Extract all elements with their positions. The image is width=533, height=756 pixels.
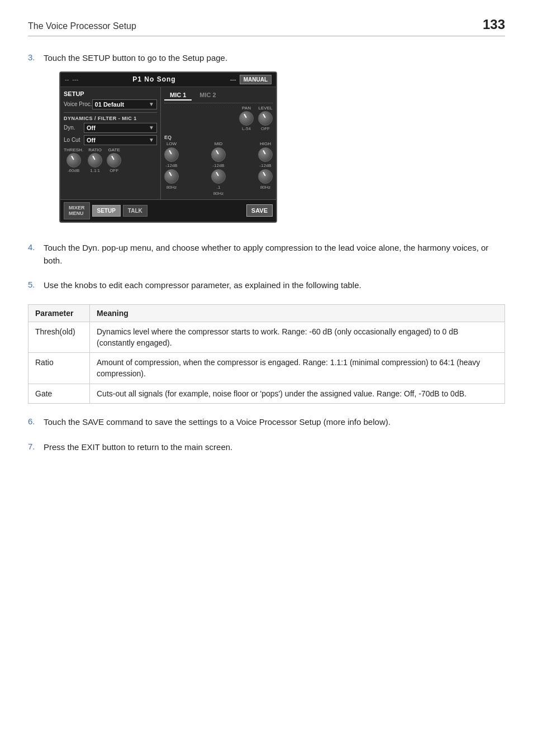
voice-proc-label: Voice Proc. <box>64 101 92 107</box>
gate-label: GATE <box>108 147 120 152</box>
dyn-value: Off <box>87 125 96 131</box>
table-cell-meaning-2: Cuts-out all signals (for example, noise… <box>90 384 505 403</box>
eq-columns: LOW -12dB 80Hz MID -12dB <box>164 141 273 196</box>
mic1-tab[interactable]: MIC 1 <box>164 90 192 101</box>
voice-proc-value: 01 Default <box>95 101 125 108</box>
eq-low-freq-knob[interactable] <box>164 169 179 184</box>
eq-mid-freq-knob[interactable] <box>211 169 226 184</box>
table-row: Thresh(old)Dynamics level where the comp… <box>28 322 505 353</box>
lo-cut-value: Off <box>87 137 96 143</box>
eq-low-gain-knob[interactable] <box>164 147 179 162</box>
device-panel: -- --- P1 No Song --- MANUAL SETUP Voice… <box>59 71 277 223</box>
lo-cut-dropdown[interactable]: Off ▼ <box>84 135 157 145</box>
step-4: 4. Touch the Dyn. pop-up menu, and choos… <box>28 242 505 267</box>
table-cell-param-0: Thresh(old) <box>28 322 90 353</box>
voice-proc-dropdown[interactable]: 01 Default ▼ <box>92 99 157 109</box>
dropdown-arrow-locut: ▼ <box>149 137 154 143</box>
device-mic-section: MIC 1 MIC 2 PAN L-54 LEVEL <box>161 87 276 199</box>
mic-divider <box>164 103 273 103</box>
table-col1-header: Parameter <box>28 304 90 322</box>
thresh-group: THRESH. -60dB <box>64 147 83 173</box>
step-text-5: Use the knobs to edit each compressor pa… <box>44 279 361 292</box>
step-text-7: Press the EXIT button to return to the m… <box>44 441 232 454</box>
parameter-table: Parameter Meaning Thresh(old)Dynamics le… <box>28 304 505 404</box>
eq-mid-header: MID <box>215 141 223 146</box>
page-title: The Voice Processor Setup <box>28 21 136 31</box>
step-text-6: Touch the SAVE command to save the setti… <box>44 416 391 429</box>
table-cell-meaning-1: Amount of compression, when the compress… <box>90 353 505 384</box>
topbar-left: -- --- <box>65 76 78 83</box>
table-row: RatioAmount of compression, when the com… <box>28 353 505 384</box>
thresh-value: -60dB <box>68 168 79 173</box>
step-number-6: 6. <box>28 417 44 426</box>
mic2-tab[interactable]: MIC 2 <box>194 90 221 101</box>
ratio-value: 1.1:1 <box>90 168 100 173</box>
lo-cut-row: Lo Cut Off ▼ <box>64 135 157 145</box>
eq-low-db: -12dB <box>165 163 177 168</box>
page-header: The Voice Processor Setup 133 <box>28 17 505 36</box>
gate-knob[interactable] <box>107 153 121 168</box>
step-number-5: 5. <box>28 280 44 289</box>
thresh-label: THRESH. <box>64 147 83 152</box>
eq-high-gain-knob[interactable] <box>258 147 273 162</box>
pan-group: PAN L-54 <box>239 106 254 131</box>
eq-label: EQ <box>164 135 273 140</box>
ratio-label: RATIO <box>88 147 102 152</box>
eq-mid-db: -12dB <box>212 163 224 168</box>
eq-section: EQ LOW -12dB 80Hz <box>164 135 273 196</box>
mixer-menu-button[interactable]: MIXER MENU <box>64 202 90 220</box>
eq-high-header: HIGH <box>260 141 271 146</box>
eq-mid-gain-knob[interactable] <box>211 147 226 162</box>
step-3: 3. Touch the SETUP button to go to the S… <box>28 52 505 229</box>
step-7: 7. Press the EXIT button to return to th… <box>28 441 505 454</box>
step-6: 6. Touch the SAVE command to save the se… <box>28 416 505 429</box>
ratio-knob[interactable] <box>88 153 102 168</box>
eq-low-col: LOW -12dB 80Hz <box>164 141 179 196</box>
gate-group: GATE OFF <box>107 147 121 173</box>
table-col2-header: Meaning <box>90 304 505 322</box>
dyn-row: Dyn. Off ▼ <box>64 123 157 133</box>
table-row: GateCuts-out all signals (for example, n… <box>28 384 505 403</box>
eq-mid-hz: 80Hz <box>213 191 224 196</box>
step-number-3: 3. <box>28 52 44 62</box>
talk-button[interactable]: TALK <box>123 205 147 217</box>
pan-value: L-54 <box>242 126 251 131</box>
step-number-7: 7. <box>28 442 44 451</box>
topbar-song-name: P1 No Song <box>132 75 175 83</box>
device-setup-section: SETUP Voice Proc. 01 Default ▼ DYNAMICS … <box>60 87 161 199</box>
manual-button[interactable]: MANUAL <box>240 75 272 84</box>
eq-mid-col: MID -12dB .1 80Hz <box>211 141 226 196</box>
dropdown-arrow-dyn: ▼ <box>149 125 154 131</box>
eq-low-header: LOW <box>166 141 177 146</box>
setup-button[interactable]: SETUP <box>92 205 121 217</box>
pan-knob[interactable] <box>239 111 254 126</box>
eq-high-db: -12dB <box>259 163 271 168</box>
level-label: LEVEL <box>259 106 273 111</box>
topbar-left2: --- <box>72 76 78 83</box>
level-knob[interactable] <box>258 111 273 126</box>
mic-tabs: MIC 1 MIC 2 <box>164 90 273 101</box>
step-text-3: Touch the SETUP button to go to the Setu… <box>44 53 227 63</box>
device-topbar: -- --- P1 No Song --- MANUAL <box>60 73 276 87</box>
step-text-4: Touch the Dyn. pop-up menu, and choose w… <box>44 242 505 267</box>
dyn-label: Dyn. <box>64 125 84 131</box>
pan-level-row: PAN L-54 LEVEL OFF <box>164 106 273 131</box>
dyn-dropdown[interactable]: Off ▼ <box>84 123 157 133</box>
knob-label-row: THRESH. -60dB RATIO 1.1:1 GATE OF <box>64 147 157 173</box>
device-body: SETUP Voice Proc. 01 Default ▼ DYNAMICS … <box>60 87 276 199</box>
gate-value: OFF <box>110 168 118 173</box>
thresh-knob[interactable] <box>66 153 81 168</box>
lo-cut-label: Lo Cut <box>64 137 84 143</box>
step-number-4: 4. <box>28 242 44 252</box>
eq-mid-dot: .1 <box>217 185 221 190</box>
eq-high-hz: 80Hz <box>260 185 271 190</box>
eq-high-freq-knob[interactable] <box>258 169 273 184</box>
topbar-left1: -- <box>65 76 69 83</box>
eq-high-col: HIGH -12dB 80Hz <box>258 141 273 196</box>
save-button[interactable]: SAVE <box>246 204 273 217</box>
topbar-right-dashes: --- <box>230 76 236 83</box>
page-number: 133 <box>483 17 505 32</box>
eq-low-hz: 80Hz <box>166 185 177 190</box>
dynamics-filter-label: DYNAMICS / FILTER - MIC 1 <box>64 116 157 121</box>
level-value: OFF <box>261 126 270 131</box>
